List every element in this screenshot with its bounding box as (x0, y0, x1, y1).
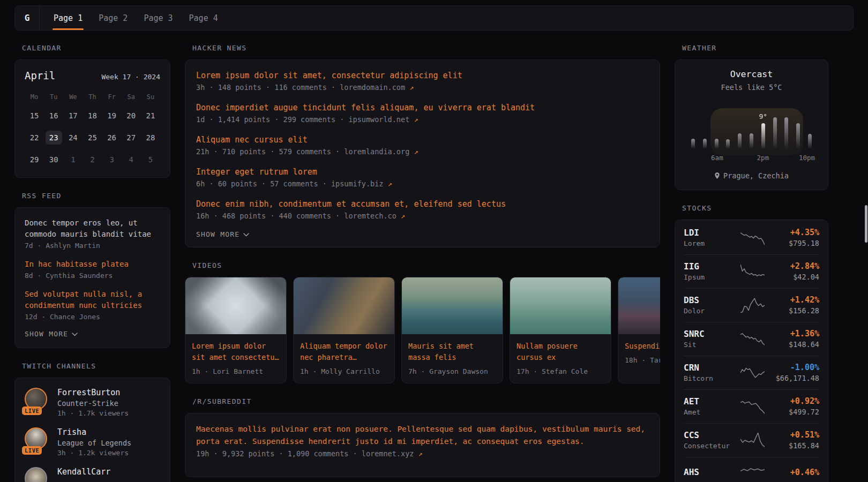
video-card[interactable]: Mauris sit amet massa felis 7h · Grayson… (401, 277, 503, 383)
channel-name[interactable]: Trisha (57, 427, 131, 437)
stock-price: $66,171.48 (770, 374, 819, 382)
hackernews-item-meta: 16h · 468 points · 440 comments · loremt… (196, 212, 649, 220)
stock-ticker: AHS (684, 467, 735, 477)
twitch-widget: LIVE ForrestBurton Counter-Strike 1h · 1… (14, 378, 170, 482)
page-scrollbar[interactable] (865, 205, 867, 243)
video-card[interactable]: Lorem ipsum dolor sit amet consectetu… 1… (185, 277, 287, 383)
hackernews-item-link[interactable]: Aliquam nec cursus elit (196, 134, 649, 146)
channel-name[interactable]: KendallCarr (57, 467, 110, 477)
video-card[interactable]: Aliquam tempor dolor nec pharetra… 1h · … (293, 277, 395, 383)
weekday-label: Mo (31, 93, 38, 101)
page-tab[interactable]: Page 1 (54, 6, 83, 30)
top-nav: G Page 1 Page 2 Page 3 Page 4 (14, 5, 854, 31)
hackernews-item: Aliquam nec cursus elit 21h · 710 points… (196, 134, 649, 156)
video-title-link[interactable]: Mauris sit amet massa felis (408, 341, 496, 363)
video-thumbnail[interactable] (402, 277, 503, 334)
video-title-link[interactable]: Lorem ipsum dolor sit amet consectetu… (192, 341, 280, 363)
hackernews-item-link[interactable]: Donec imperdiet augue tincidunt felis al… (196, 102, 649, 114)
video-title-link[interactable]: Aliquam tempor dolor nec pharetra… (300, 341, 388, 363)
stock-sparkline (740, 229, 765, 247)
hackernews-section-title: HACKER NEWS (192, 44, 660, 52)
hackernews-item-link[interactable]: Donec enim nibh, condimentum et accumsan… (196, 198, 649, 210)
weather-temp-label: 9° (759, 112, 767, 120)
stock-price: $42.04 (770, 273, 819, 281)
stock-change: +1.36% (770, 329, 819, 338)
calendar-widget: April Week 17 · 2024 Mo Tu We Th Fr Sa S… (14, 59, 170, 178)
weather-feels-like: Feels like 5°C (685, 83, 818, 92)
stock-name: Lorem (684, 239, 735, 247)
calendar-day: 2 (84, 153, 101, 167)
external-link-icon: ↗ (401, 212, 405, 220)
stock-row[interactable]: DBS Dolor +1.42% $156.28 (684, 289, 819, 322)
page-tab[interactable]: Page 2 (99, 6, 128, 30)
video-thumbnail[interactable] (294, 277, 394, 334)
subreddit-post-link[interactable]: Maecenas mollis pulvinar erat non posuer… (196, 423, 649, 448)
live-badge: LIVE (22, 406, 42, 415)
channel-game: Counter-Strike (57, 399, 129, 408)
stock-row[interactable]: AET Amet +0.92% $499.72 (684, 390, 819, 424)
stock-sparkline (740, 364, 765, 382)
page-tab[interactable]: Page 4 (189, 6, 218, 30)
video-card[interactable]: Suspendisse diam 18h · Tara (618, 277, 660, 383)
stock-row[interactable]: CCS Consectetur +0.51% $165.84 (684, 424, 819, 457)
weather-hour-bar (773, 117, 777, 149)
subreddit-post: Maecenas mollis pulvinar erat non posuer… (196, 423, 649, 458)
calendar-day: 1 (65, 153, 81, 167)
weekday-label: Su (147, 93, 154, 101)
twitch-channel-row[interactable]: LIVE ForrestBurton Counter-Strike 1h · 1… (25, 388, 160, 417)
rss-item: In hac habitasse platea 8d · Cynthia Sau… (25, 259, 160, 280)
video-thumbnail[interactable] (618, 277, 660, 334)
weekday-label: Fr (108, 93, 115, 101)
chevron-down-icon (72, 333, 78, 336)
video-meta: 1h · Lori Barnett (192, 367, 280, 375)
stock-row[interactable]: IIG Ipsum +2.84% $42.04 (684, 255, 819, 289)
video-thumbnail[interactable] (185, 277, 286, 334)
weather-condition: Overcast (685, 69, 818, 79)
rss-item-link[interactable]: Sed volutpat nulla nisl, a condimentum n… (25, 289, 160, 311)
external-link-icon: ↗ (418, 449, 423, 458)
subreddit-section-title: /R/SUBREDDIT (192, 397, 660, 405)
rss-item-link[interactable]: Donec tempor eros leo, ut commodo mauris… (25, 217, 160, 240)
hackernews-item: Lorem ipsum dolor sit amet, consectetur … (196, 70, 649, 92)
stock-row[interactable]: CRN Bitcorn -1.00% $66,171.48 (684, 356, 819, 390)
subreddit-widget: Maecenas mollis pulvinar erat non posuer… (185, 413, 660, 477)
calendar-section-title: CALENDAR (22, 44, 170, 52)
stock-row[interactable]: LDI Lorem +4.35% $795.18 (684, 221, 819, 255)
stock-row[interactable]: SNRC Sit +1.36% $148.64 (684, 322, 819, 356)
channel-game: League of Legends (57, 439, 131, 447)
weather-hour-bar (691, 139, 695, 149)
video-thumbnail[interactable] (510, 277, 611, 334)
channel-name[interactable]: ForrestBurton (57, 388, 129, 397)
stock-price: $165.84 (770, 441, 819, 450)
weekday-label: Tu (50, 93, 57, 101)
video-card[interactable]: Nullam posuere cursus ex 17h · Stefan Co… (510, 277, 611, 383)
stock-sparkline (740, 262, 765, 281)
twitch-channel-row[interactable]: LIVE Trisha League of Legends 3h · 1.2k … (25, 427, 160, 457)
weather-hourly-chart: 9° (691, 116, 812, 149)
weather-hour-bar (796, 123, 800, 149)
hackernews-item-link[interactable]: Lorem ipsum dolor sit amet, consectetur … (196, 70, 649, 81)
hackernews-item-meta: 6h · 60 points · 57 comments · ipsumify.… (196, 179, 649, 188)
rss-item-link[interactable]: In hac habitasse platea (25, 259, 160, 270)
twitch-channel-row[interactable]: KendallCarr (25, 467, 160, 482)
video-title-link[interactable]: Suspendisse diam (625, 341, 660, 352)
videos-widget: Lorem ipsum dolor sit amet consectetu… 1… (185, 277, 660, 383)
page-tab[interactable]: Page 3 (144, 6, 173, 30)
hackernews-item-link[interactable]: Integer eget rutrum lorem (196, 166, 649, 178)
weekday-label: We (69, 93, 77, 101)
hackernews-item: Integer eget rutrum lorem 6h · 60 points… (196, 166, 649, 188)
stock-name: Ipsum (684, 273, 735, 281)
hackernews-show-more-button[interactable]: SHOW MORE (196, 230, 649, 238)
stock-sparkline (740, 330, 765, 348)
video-title-link[interactable]: Nullam posuere cursus ex (517, 341, 604, 363)
calendar-day: 23 (46, 131, 62, 145)
rss-show-more-button[interactable]: SHOW MORE (25, 330, 160, 338)
calendar-day: 21 (142, 109, 159, 123)
stocks-widget: LDI Lorem +4.35% $795.18 IIG Ipsum (675, 220, 828, 482)
channel-viewers: 1h · 1.7k viewers (57, 409, 129, 417)
stock-sparkline (740, 296, 765, 314)
stock-sparkline (740, 431, 765, 449)
chevron-down-icon (243, 233, 249, 237)
calendar-day: 24 (65, 131, 81, 145)
stock-row[interactable]: AHS +0.46% (684, 457, 819, 482)
